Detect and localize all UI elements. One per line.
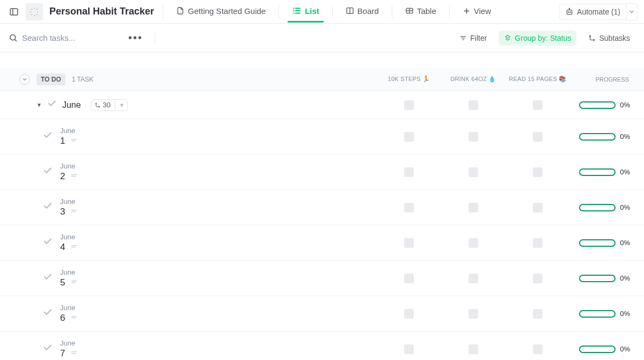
column-header-drink[interactable]: DRINK 64OZ 💧 — [441, 76, 506, 83]
description-icon[interactable] — [70, 349, 78, 358]
svg-rect-23 — [567, 10, 572, 14]
complete-check-icon[interactable] — [43, 130, 53, 143]
checkbox-read[interactable] — [533, 238, 543, 248]
more-options-button[interactable]: ••• — [125, 32, 146, 44]
svg-point-8 — [30, 11, 31, 12]
complete-check-icon[interactable] — [47, 99, 57, 111]
checkbox-steps[interactable] — [404, 167, 414, 177]
subtask-row[interactable]: June 3 0% — [0, 190, 644, 225]
tab-getting-started[interactable]: Getting Started Guide — [172, 1, 270, 23]
checkbox-drink[interactable] — [469, 274, 478, 283]
checkbox-steps[interactable] — [404, 344, 414, 354]
search-input[interactable] — [22, 33, 119, 42]
checkbox-steps[interactable] — [404, 132, 414, 142]
description-icon[interactable] — [70, 243, 78, 252]
checkbox-read[interactable] — [533, 309, 543, 319]
subtask-month: June — [60, 233, 78, 241]
divider — [332, 5, 333, 18]
complete-check-icon[interactable] — [43, 307, 53, 320]
checkbox-steps[interactable] — [404, 100, 414, 110]
svg-point-35 — [594, 39, 595, 40]
description-icon[interactable] — [70, 137, 78, 146]
description-icon[interactable] — [70, 278, 78, 288]
divider — [392, 5, 392, 18]
subtask-month: June — [60, 339, 78, 347]
svg-point-13 — [294, 8, 294, 9]
progress-bar — [579, 310, 616, 318]
divider — [279, 5, 279, 18]
svg-point-6 — [34, 14, 35, 16]
checkbox-drink[interactable] — [469, 344, 478, 354]
subtask-month: June — [60, 162, 78, 170]
checkbox-drink[interactable] — [469, 309, 478, 319]
svg-point-3 — [36, 9, 38, 10]
divider — [449, 5, 450, 18]
checkbox-steps[interactable] — [404, 238, 414, 248]
tab-board[interactable]: Board — [341, 1, 383, 23]
add-subtask-icon[interactable]: + — [120, 101, 124, 109]
checkbox-read[interactable] — [533, 132, 543, 142]
divider — [155, 32, 155, 44]
checkbox-read[interactable] — [533, 100, 543, 110]
column-header-progress[interactable]: PROGRESS — [570, 76, 640, 83]
subtask-row[interactable]: June 2 0% — [0, 155, 644, 190]
checkbox-read[interactable] — [533, 167, 543, 177]
subtask-count-chip[interactable]: 30 + — [91, 99, 128, 111]
complete-check-icon[interactable] — [43, 343, 53, 355]
checkbox-read[interactable] — [533, 203, 543, 212]
subtask-number: 1 — [60, 136, 65, 146]
collapse-group-button[interactable] — [19, 74, 30, 85]
checkbox-read[interactable] — [533, 274, 543, 283]
checkbox-drink[interactable] — [469, 132, 478, 142]
subtask-row[interactable]: June 4 0% — [0, 225, 644, 261]
complete-check-icon[interactable] — [43, 201, 53, 214]
subtask-month: June — [60, 197, 78, 205]
subtask-month: June — [60, 304, 78, 312]
description-icon[interactable] — [70, 208, 78, 217]
subtask-row[interactable]: June 7 0% — [0, 332, 644, 360]
subtask-row[interactable]: June 5 0% — [0, 261, 644, 296]
svg-point-15 — [294, 13, 294, 13]
checkbox-steps[interactable] — [404, 203, 414, 212]
subtask-number: 7 — [60, 348, 65, 359]
complete-check-icon[interactable] — [43, 272, 53, 284]
search-wrap[interactable] — [9, 33, 119, 42]
description-icon[interactable] — [70, 314, 78, 323]
complete-check-icon[interactable] — [43, 237, 53, 249]
subtask-row[interactable]: June 6 0% — [0, 296, 644, 332]
column-header-read[interactable]: READ 15 PAGES 📚 — [506, 76, 570, 83]
filter-button[interactable]: Filter — [454, 31, 492, 46]
complete-check-icon[interactable] — [43, 166, 53, 178]
subtask-row[interactable]: June 1 0% — [0, 119, 644, 155]
svg-point-36 — [96, 103, 97, 104]
automate-button[interactable]: Automate (1) — [559, 4, 626, 20]
caret-down-icon[interactable]: ▼ — [36, 102, 42, 108]
checkbox-drink[interactable] — [469, 203, 478, 212]
subtask-number: 6 — [60, 313, 65, 324]
group-by-button[interactable]: Group by: Status — [499, 31, 576, 46]
status-badge[interactable]: TO DO — [36, 74, 65, 85]
add-view-button[interactable]: View — [458, 1, 495, 23]
space-avatar[interactable] — [26, 3, 43, 20]
task-row-parent[interactable]: ▼ June 30 + 0% — [0, 91, 644, 119]
svg-line-29 — [15, 40, 17, 41]
tab-table[interactable]: Table — [401, 1, 441, 23]
tab-list[interactable]: List — [288, 1, 324, 23]
checkbox-steps[interactable] — [404, 274, 414, 283]
progress-value: 0% — [620, 239, 630, 247]
subtask-count: 30 — [103, 101, 111, 109]
page-title[interactable]: Personal Habit Tracker — [49, 6, 154, 17]
checkbox-read[interactable] — [533, 344, 543, 354]
svg-rect-0 — [10, 9, 18, 15]
description-icon[interactable] — [70, 172, 78, 181]
column-header-steps[interactable]: 10K STEPS 🏃 — [377, 76, 441, 83]
checkbox-drink[interactable] — [469, 100, 478, 110]
checkbox-drink[interactable] — [469, 238, 478, 248]
checkbox-steps[interactable] — [404, 309, 414, 319]
subtasks-button[interactable]: Subtasks — [583, 31, 635, 46]
checkbox-drink[interactable] — [469, 167, 478, 177]
top-bar: Personal Habit Tracker Getting Started G… — [0, 0, 644, 24]
collapse-sidebar-button[interactable] — [6, 4, 21, 19]
svg-point-24 — [568, 12, 569, 12]
automate-dropdown-button[interactable] — [626, 3, 638, 20]
